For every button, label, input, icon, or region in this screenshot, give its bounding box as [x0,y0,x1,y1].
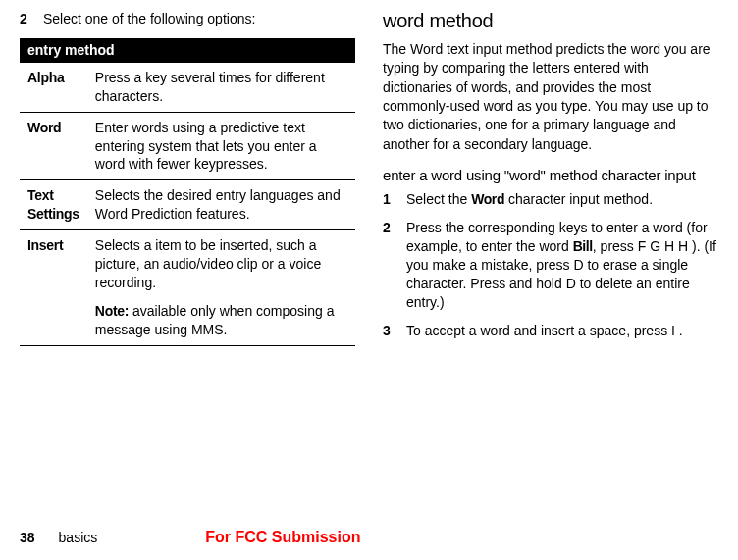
row-desc-alpha: Press a key several times for different … [87,62,355,112]
step-number-2: 2 [20,10,29,28]
table-header: entry method [20,38,355,63]
row-desc-text-settings: Selects the desired entry languages and … [87,180,355,230]
fcc-notice: For FCC Submission [205,529,360,546]
key-sequence: F G H H [638,238,688,254]
step-3-body: To accept a word and insert a space, pre… [406,322,718,340]
step-2-text: Select one of the following options: [43,10,355,28]
note-label: Note: [95,303,129,319]
entry-method-table: entry method Alpha Press a key several t… [20,38,355,346]
row-name-word: Word [27,120,61,135]
table-row: Word Enter words using a predictive text… [20,112,355,180]
step-1-body: Select the Word character input method. [406,190,718,209]
row-desc-word: Enter words using a predictive text ente… [87,112,355,180]
page-number: 38 [20,530,35,545]
table-row: Text Settings Selects the desired entry … [20,180,355,230]
row-name-insert: Insert [27,237,63,253]
word-label: Word [471,191,504,207]
intro-paragraph: The Word text input method predicts the … [383,40,718,154]
row-name-text-settings: Text Settings [27,187,79,222]
table-row: Insert Selects a item to be inserted, su… [20,230,355,345]
table-row: Alpha Press a key several times for diff… [20,62,355,112]
note-text: available only when composing a message … [95,303,335,337]
d-key-1: D [573,257,583,273]
page-footer: 38 basics For FCC Submission [20,529,718,546]
d-key-2: D [566,276,576,291]
footer-section: basics [59,530,98,545]
row-desc-insert: Selects a item to be inserted, such a pi… [87,230,355,345]
step-number-3: 3 [383,322,393,340]
row-name-alpha: Alpha [27,70,64,85]
step-2-body: Press the corresponding keys to enter a … [406,219,718,311]
bill-label: Bill [573,238,593,254]
step-number-2r: 2 [383,219,393,311]
section-heading: word method [383,10,718,32]
subsection-heading: enter a word using "word" method charact… [383,166,718,185]
step-number-1: 1 [383,190,393,209]
